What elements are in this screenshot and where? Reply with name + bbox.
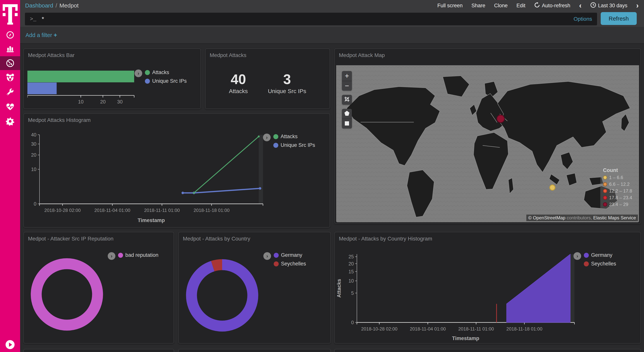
time-back-arrow[interactable]: ‹ bbox=[579, 2, 582, 9]
collapse-nav-button[interactable] bbox=[6, 340, 14, 349]
panel-stub bbox=[334, 349, 641, 352]
refresh-button[interactable]: Refresh bbox=[601, 12, 637, 25]
legend-item[interactable]: Attacks bbox=[273, 134, 315, 139]
svg-text:0: 0 bbox=[34, 201, 36, 207]
sidebar-item-dashboard[interactable] bbox=[0, 56, 20, 70]
map-zoom-out-button[interactable]: − bbox=[342, 81, 352, 91]
bar-chart-icon bbox=[6, 45, 14, 53]
map-legend-label: 17.8 – 23.4 bbox=[609, 195, 632, 200]
legend-expand-button[interactable]: › bbox=[134, 70, 142, 77]
elastic-maps-link[interactable]: Elastic Maps Service bbox=[593, 215, 636, 220]
dashboard-gauge-icon bbox=[6, 59, 14, 67]
world-map-svg bbox=[336, 65, 639, 222]
bar-unique-src-ips[interactable] bbox=[28, 83, 57, 94]
legend-item[interactable]: Seychelles bbox=[274, 261, 306, 267]
breadcrumb-separator: / bbox=[56, 2, 57, 9]
legend-item[interactable]: Unique Src IPs bbox=[145, 78, 187, 84]
sidebar-item-visualize[interactable] bbox=[0, 42, 20, 56]
add-filter-link[interactable]: Add a filter + bbox=[26, 32, 57, 39]
top-navigation: Dashboard / Medpot Full screen Share Clo… bbox=[20, 0, 644, 11]
clone-button[interactable]: Clone bbox=[494, 3, 508, 9]
panel-attacks-by-country-histogram: Medpot - Attacks by Country Histogram 05… bbox=[334, 232, 641, 343]
openstreetmap-link[interactable]: © OpenStreetMap bbox=[528, 215, 566, 220]
svg-text:30: 30 bbox=[117, 99, 123, 105]
map-count-legend: Count 1 – 6.66.6 – 12.212.2 – 17.817.8 –… bbox=[600, 165, 634, 211]
svg-text:25: 25 bbox=[348, 254, 354, 259]
legend-color-dot bbox=[274, 253, 279, 258]
edit-button[interactable]: Edit bbox=[516, 3, 525, 9]
area-germany[interactable] bbox=[506, 254, 570, 322]
svg-text:15: 15 bbox=[348, 269, 354, 274]
map-legend-item: 6.6 – 12.2 bbox=[603, 182, 631, 187]
map-legend-label: 6.6 – 12.2 bbox=[609, 182, 630, 187]
svg-text:2018-10-28 02:00: 2018-10-28 02:00 bbox=[44, 208, 81, 213]
heartbeat-icon bbox=[6, 103, 14, 111]
breadcrumb-current-page: Medpot bbox=[60, 2, 78, 9]
legend-expand-button[interactable]: › bbox=[574, 252, 581, 260]
full-screen-button[interactable]: Full screen bbox=[438, 3, 463, 9]
map-legend-item: 23.4 – 29 bbox=[603, 202, 631, 207]
gear-icon bbox=[6, 117, 14, 125]
map-point-seychelles[interactable] bbox=[550, 185, 555, 190]
legend-color-dot bbox=[145, 70, 150, 75]
metric-value: 3 bbox=[283, 72, 291, 87]
legend-item[interactable]: bad reputation bbox=[118, 252, 158, 258]
svg-text:0: 0 bbox=[351, 320, 354, 325]
sidebar-item-discover[interactable] bbox=[0, 28, 20, 42]
metric-label: Attacks bbox=[229, 88, 248, 94]
legend-item[interactable]: Unique Src IPs bbox=[273, 142, 315, 148]
legend-label: Unique Src IPs bbox=[280, 142, 315, 148]
chart-legend: ›GermanySeychelles bbox=[263, 252, 306, 267]
map-draw-rect-button[interactable] bbox=[342, 119, 352, 128]
query-options-link[interactable]: Options bbox=[574, 16, 592, 22]
search-query-input[interactable]: >_ * Options bbox=[25, 13, 597, 25]
filter-bar: Add a filter + bbox=[20, 27, 644, 44]
legend-expand-button[interactable]: › bbox=[263, 252, 271, 260]
data-point[interactable] bbox=[258, 135, 260, 137]
sidebar-item-management[interactable] bbox=[0, 114, 20, 128]
legend-item[interactable]: Attacks bbox=[145, 70, 187, 75]
legend-item[interactable]: Seychelles bbox=[584, 261, 616, 267]
sidebar-item-dev-tools[interactable] bbox=[0, 85, 20, 99]
data-point[interactable] bbox=[193, 192, 195, 194]
chart-legend: ›bad reputation bbox=[108, 252, 158, 260]
compass-icon bbox=[6, 31, 14, 39]
metric-label: Unique Src IPs bbox=[268, 88, 306, 94]
legend-item[interactable]: Germany bbox=[274, 252, 306, 258]
panel-medpot-attacks-metric: Medpot Attacks 40 Attacks 3 Unique Src I… bbox=[205, 48, 330, 109]
map-legend-dot bbox=[603, 196, 607, 200]
map-fit-bounds-button[interactable] bbox=[342, 95, 352, 105]
legend-expand-button[interactable]: › bbox=[108, 252, 116, 260]
panel-medpot-attack-map: Medpot Attack Map bbox=[334, 48, 641, 224]
data-point[interactable] bbox=[182, 192, 184, 194]
share-button[interactable]: Share bbox=[472, 3, 485, 9]
map-draw-polygon-button[interactable] bbox=[342, 109, 352, 119]
world-map[interactable]: + − bbox=[336, 65, 639, 222]
slice-bad-reputation[interactable] bbox=[36, 264, 98, 325]
breadcrumb-dashboard-link[interactable]: Dashboard bbox=[25, 2, 53, 9]
svg-text:20: 20 bbox=[348, 261, 354, 266]
map-legend-label: 12.2 – 17.8 bbox=[609, 188, 632, 194]
bar-attacks[interactable] bbox=[28, 71, 134, 82]
svg-text:2018-11-18 01:00: 2018-11-18 01:00 bbox=[194, 208, 230, 213]
spike-seychelles[interactable] bbox=[496, 304, 497, 322]
time-range-picker[interactable]: Last 30 days bbox=[590, 2, 627, 9]
slice-germany[interactable] bbox=[192, 265, 253, 326]
sidebar-item-monitoring[interactable] bbox=[0, 100, 20, 114]
legend-color-dot bbox=[273, 143, 278, 148]
auto-refresh-button[interactable]: Auto-refresh bbox=[534, 2, 570, 9]
svg-text:2018-11-11 01:00: 2018-11-11 01:00 bbox=[144, 208, 180, 213]
data-point[interactable] bbox=[259, 187, 261, 190]
sidebar-item-tpot[interactable] bbox=[0, 71, 20, 84]
query-language-icon[interactable]: >_ bbox=[30, 16, 36, 22]
legend-item[interactable]: Germany bbox=[584, 252, 616, 258]
line-attacks[interactable] bbox=[194, 136, 259, 193]
legend-expand-button[interactable]: › bbox=[263, 134, 271, 141]
map-point-germany[interactable] bbox=[497, 115, 504, 123]
map-zoom-in-button[interactable]: + bbox=[342, 71, 352, 81]
sidebar bbox=[0, 0, 20, 352]
legend-color-dot bbox=[145, 79, 150, 84]
time-forward-arrow[interactable]: › bbox=[636, 2, 639, 9]
metric-attacks: 40 Attacks bbox=[229, 72, 248, 94]
metric-values: 40 Attacks 3 Unique Src IPs bbox=[206, 60, 330, 106]
